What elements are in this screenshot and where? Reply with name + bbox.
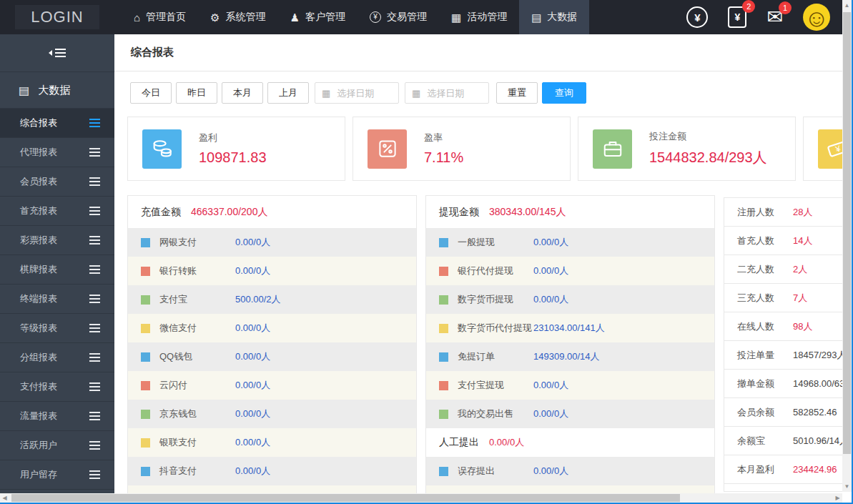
row-value[interactable]: 500.00/2人 (235, 293, 281, 306)
scroll-down-arrow-icon[interactable]: ▼ (842, 481, 852, 492)
sidebar-item-label: 代理报表 (20, 146, 57, 159)
stat-item: 三充人数 7人 (724, 284, 853, 312)
sidebar-item[interactable]: 棋牌报表 (0, 255, 114, 285)
row-label: 人工提出 (439, 436, 479, 449)
yen-circle-icon: ¥ (686, 6, 708, 28)
row-value[interactable]: 0.00/0人 (533, 379, 568, 392)
sidebar-item[interactable]: 彩票报表 (0, 226, 114, 255)
date-end-input[interactable] (425, 87, 485, 99)
currency-exchange-button[interactable]: ¥ (686, 6, 708, 28)
stat-value: 234424.96 (793, 464, 837, 475)
sidebar-item[interactable]: 流量报表 (0, 402, 114, 431)
bill-button[interactable]: ¥ 2 (728, 6, 746, 28)
row-value[interactable]: 0.00/0人 (235, 436, 270, 449)
stat-value: 5010.96/14人 (793, 435, 849, 448)
sidebar-collapse-toggle[interactable] (0, 34, 114, 72)
sidebar-item[interactable]: 支付报表 (0, 372, 114, 402)
bet-amount-card: 投注金额 1544832.84/293人 (578, 117, 796, 181)
sidebar-item[interactable]: 代理报表 (0, 138, 114, 167)
sidebar-item[interactable]: 会员报表 (0, 167, 114, 197)
yen-circle-icon: ¥ (370, 11, 381, 23)
sidebar-item-label: 活跃用户 (20, 439, 57, 452)
row-value[interactable]: 0.00/0人 (235, 379, 270, 392)
row-value[interactable]: 0.00/0人 (235, 407, 270, 420)
vertical-scrollbar[interactable]: ▲ ▼ (842, 0, 852, 492)
row-value[interactable]: 0.00/0人 (533, 465, 568, 478)
table-row: 我的交易出售 0.00/0人 (426, 400, 714, 428)
row-value[interactable]: 0.00/0人 (235, 265, 270, 277)
legend-bullet (439, 267, 448, 276)
scroll-left-arrow-icon[interactable]: ◀ (0, 493, 9, 503)
row-value[interactable]: 0.00/0人 (235, 465, 270, 478)
navbar-right-tools: ¥ ¥ 2 ✉ 1 ☺ (686, 4, 853, 31)
nav-item[interactable]: ▤ 大数据 (519, 0, 589, 34)
table-row: 银行代付提现 0.00/0人 (426, 257, 714, 285)
row-value[interactable]: 231034.00/141人 (533, 322, 605, 335)
table-row: 抖音支付 0.00/0人 (128, 457, 416, 485)
stat-label: 注册人数 (737, 206, 780, 219)
legend-bullet (141, 295, 150, 305)
svg-text:¥: ¥ (833, 144, 842, 155)
row-value[interactable]: 0.00/0人 (489, 436, 524, 449)
sidebar: ▤ 大数据 综合报表 代理报表 会员报表 首充报表 彩票报表 棋牌报表 (0, 34, 114, 493)
mail-button[interactable]: ✉ 1 (766, 8, 783, 27)
row-value[interactable]: 149309.00/14人 (533, 350, 600, 363)
sidebar-item[interactable]: 活跃用户 (0, 431, 114, 460)
quick-filter-button[interactable]: 今日 (130, 82, 172, 104)
row-value[interactable]: 0.00/0人 (533, 407, 568, 420)
row-value[interactable]: 0.00/0人 (533, 236, 568, 249)
nav-item[interactable]: ⌂ 管理首页 (122, 0, 198, 34)
legend-bullet (439, 381, 448, 390)
sidebar-item[interactable]: 等级报表 (0, 314, 114, 343)
menu-bars-icon (89, 239, 100, 241)
sidebar-menu: 综合报表 代理报表 会员报表 首充报表 彩票报表 棋牌报表 终端报表 (0, 109, 114, 490)
main-content: 综合报表 今日昨日本月上月 ▦ ▦ 重置 查询 盈利 109871.83 (114, 34, 853, 493)
nav-item[interactable]: ♟ 客户管理 (278, 0, 358, 34)
scroll-up-arrow-icon[interactable]: ▲ (842, 0, 852, 11)
row-label: 微信支付 (159, 322, 235, 335)
profit-card: 盈利 109871.83 (127, 117, 345, 181)
scroll-right-arrow-icon[interactable]: ▶ (833, 493, 842, 503)
nav-item[interactable]: ▦ 活动管理 (439, 0, 519, 34)
withdraw-title: 提现金额 (439, 206, 479, 219)
table-row: 支付宝 500.00/2人 (128, 285, 416, 314)
quick-filter-button[interactable]: 昨日 (176, 82, 217, 104)
sidebar-item[interactable]: 用户留存 (0, 460, 114, 490)
row-value[interactable]: 0.00/0人 (533, 293, 568, 306)
date-start-input[interactable] (335, 87, 395, 99)
row-value[interactable]: 0.00/0人 (235, 350, 270, 363)
sidebar-item-label: 流量报表 (20, 410, 57, 423)
withdraw-table: 提现金额 380343.00/145人 一般提现 0.00/0人 银行代付提现 … (425, 195, 715, 493)
withdraw-total: 380343.00/145人 (489, 206, 566, 219)
table-row: 免提订单 149309.00/14人 (426, 342, 714, 371)
date-end-field[interactable]: ▦ (405, 82, 489, 104)
quick-filter-button[interactable]: 上月 (267, 82, 309, 104)
stat-item: 撤单金额 14968.00/63人 (724, 370, 853, 398)
collapse-arrow-icon (49, 50, 52, 56)
stat-label: 余额宝 (737, 435, 780, 448)
date-start-field[interactable]: ▦ (315, 82, 399, 104)
row-value[interactable]: 0.00/0人 (235, 322, 270, 335)
sidebar-item[interactable]: 综合报表 (0, 109, 114, 138)
horizontal-scrollbar[interactable]: ◀ ▶ (0, 493, 842, 503)
legend-bullet (439, 410, 448, 419)
table-row: 数字货币代付提现 231034.00/141人 (426, 314, 714, 342)
reset-button[interactable]: 重置 (496, 82, 538, 104)
sidebar-item[interactable]: 分组报表 (0, 343, 114, 372)
avatar[interactable]: ☺ (803, 4, 830, 31)
row-value[interactable]: 0.00/0人 (533, 265, 568, 277)
mail-badge: 1 (779, 1, 792, 14)
nav-item[interactable]: ⚙ 系统管理 (198, 0, 277, 34)
stats-column: 注册人数 28人 首充人数 14人 二充人数 2人 三充人数 7人 在线人数 9… (724, 197, 853, 492)
quick-filter-button[interactable]: 本月 (222, 82, 263, 104)
row-value[interactable]: 0.00/0人 (235, 236, 270, 249)
sidebar-item[interactable]: 首充报表 (0, 197, 114, 226)
menu-bars-icon (89, 210, 100, 212)
nav-item[interactable]: ¥ 交易管理 (358, 0, 439, 34)
top-navbar: LOGIN ⌂ 管理首页 ⚙ 系统管理 ♟ 客户管理 ¥ 交易管理 ▦ 活动管理… (0, 0, 853, 34)
deposit-total: 466337.00/200人 (191, 206, 267, 219)
vertical-scrollbar-thumb[interactable] (843, 12, 851, 454)
search-button[interactable]: 查询 (542, 82, 586, 104)
horizontal-scrollbar-thumb[interactable] (11, 494, 680, 502)
sidebar-item[interactable]: 终端报表 (0, 285, 114, 314)
